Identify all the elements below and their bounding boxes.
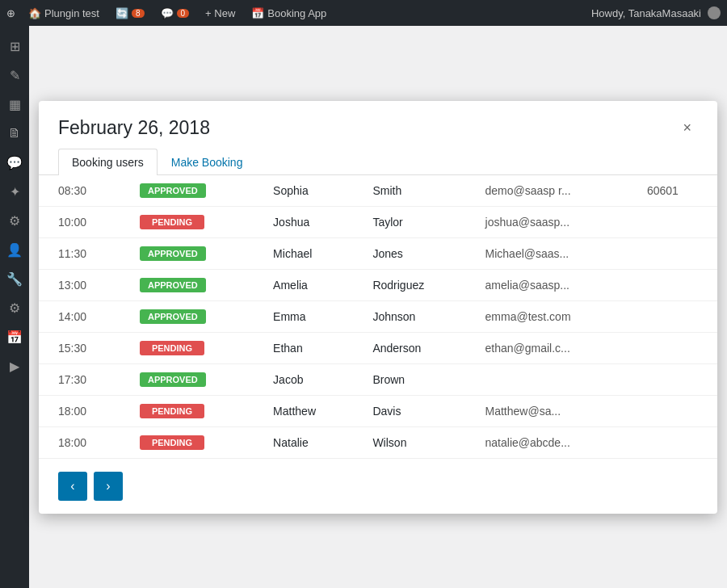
time-cell: 18:00 bbox=[39, 395, 127, 426]
email-cell: ethan@gmail.c... bbox=[473, 332, 634, 363]
status-badge: PENDING bbox=[140, 435, 204, 450]
table-row: 14:00 APPROVED Emma Johnson emma@test.co… bbox=[39, 300, 717, 332]
time-cell: 13:00 bbox=[39, 269, 127, 300]
status-badge: APPROVED bbox=[140, 246, 206, 261]
first-name-cell: Ethan bbox=[260, 332, 359, 363]
new-item[interactable]: + New bbox=[202, 7, 238, 19]
last-name-cell: Taylor bbox=[359, 206, 472, 237]
email-cell: emma@test.com bbox=[473, 300, 634, 332]
time-cell: 10:00 bbox=[39, 206, 127, 237]
zip-cell: 60601 bbox=[634, 175, 717, 207]
avatar bbox=[708, 6, 721, 19]
zip-cell bbox=[634, 426, 717, 458]
modal-footer: ‹ › bbox=[39, 458, 717, 514]
first-name-cell: Michael bbox=[260, 237, 359, 269]
email-cell bbox=[473, 363, 634, 395]
status-cell: PENDING bbox=[127, 395, 260, 426]
howdy-text: Howdy, TanakaMasaaki bbox=[591, 7, 701, 19]
table-row: 10:00 PENDING Joshua Taylor joshua@saasp… bbox=[39, 206, 717, 237]
status-badge: APPROVED bbox=[140, 372, 206, 387]
updates-item[interactable]: 🔄 8 bbox=[112, 7, 148, 19]
last-name-cell: Smith bbox=[359, 175, 472, 207]
email-cell: Michael@saas... bbox=[473, 237, 634, 269]
status-cell: PENDING bbox=[127, 332, 260, 363]
table-row: 15:30 PENDING Ethan Anderson ethan@gmail… bbox=[39, 332, 717, 363]
users-icon[interactable]: 👤 bbox=[0, 236, 29, 263]
status-badge: PENDING bbox=[140, 404, 204, 418]
bookings-table: 08:30 APPROVED Sophia Smith demo@saasp r… bbox=[39, 175, 717, 458]
play-icon[interactable]: ▶ bbox=[0, 352, 29, 380]
prev-button[interactable]: ‹ bbox=[58, 472, 87, 501]
status-cell: PENDING bbox=[127, 426, 260, 458]
sidebar: ⊞ ✎ ▦ 🗎 💬 ✦ ⚙ 👤 🔧 ⚙ 📅 ▶ bbox=[0, 26, 29, 588]
email-cell: natalie@abcde... bbox=[473, 426, 634, 458]
site-name[interactable]: 🏠 Plungin test bbox=[25, 7, 103, 19]
status-cell: APPROVED bbox=[127, 269, 260, 300]
booking-app-item[interactable]: 📅 Booking App bbox=[248, 7, 330, 19]
appearance-icon[interactable]: ✦ bbox=[0, 178, 29, 205]
status-cell: APPROVED bbox=[127, 363, 260, 395]
settings-icon[interactable]: ⚙ bbox=[0, 294, 29, 321]
email-cell: joshua@saasp... bbox=[473, 206, 634, 237]
tools-icon[interactable]: 🔧 bbox=[0, 265, 29, 292]
time-cell: 08:30 bbox=[39, 175, 127, 207]
status-cell: PENDING bbox=[127, 206, 260, 237]
email-cell: demo@saasp r... bbox=[473, 175, 634, 207]
status-cell: APPROVED bbox=[127, 300, 260, 332]
status-cell: APPROVED bbox=[127, 175, 260, 207]
zip-cell bbox=[634, 363, 717, 395]
tab-make-booking[interactable]: Make Booking bbox=[158, 149, 257, 175]
wp-logo-icon[interactable]: ⊕ bbox=[6, 7, 15, 19]
email-cell: Matthew@sa... bbox=[473, 395, 634, 426]
last-name-cell: Wilson bbox=[359, 426, 472, 458]
status-badge: APPROVED bbox=[140, 183, 206, 198]
first-name-cell: Natalie bbox=[260, 426, 359, 458]
tabs-container: Booking users Make Booking bbox=[39, 139, 717, 175]
comments-item[interactable]: 💬 0 bbox=[158, 7, 193, 19]
first-name-cell: Sophia bbox=[260, 175, 359, 207]
table-row: 13:00 APPROVED Amelia Rodriguez amelia@s… bbox=[39, 269, 717, 300]
first-name-cell: Amelia bbox=[260, 269, 359, 300]
first-name-cell: Emma bbox=[260, 300, 359, 332]
main-content: February 26, 2018 × Booking users Make B… bbox=[29, 26, 727, 588]
email-cell: amelia@saasp... bbox=[473, 269, 634, 300]
zip-cell bbox=[634, 300, 717, 332]
dashboard-icon[interactable]: ⊞ bbox=[0, 32, 29, 60]
zip-cell bbox=[634, 206, 717, 237]
modal-header: February 26, 2018 × bbox=[39, 101, 717, 139]
table-row: 17:30 APPROVED Jacob Brown bbox=[39, 363, 717, 395]
last-name-cell: Brown bbox=[359, 363, 472, 395]
plugins-icon[interactable]: ⚙ bbox=[0, 207, 29, 234]
status-cell: APPROVED bbox=[127, 237, 260, 269]
booking-modal: February 26, 2018 × Booking users Make B… bbox=[39, 101, 717, 514]
first-name-cell: Joshua bbox=[260, 206, 359, 237]
last-name-cell: Davis bbox=[359, 395, 472, 426]
time-cell: 18:00 bbox=[39, 426, 127, 458]
table-row: 11:30 APPROVED Michael Jones Michael@saa… bbox=[39, 237, 717, 269]
modal-close-button[interactable]: × bbox=[676, 117, 698, 138]
first-name-cell: Matthew bbox=[260, 395, 359, 426]
first-name-cell: Jacob bbox=[260, 363, 359, 395]
pages-icon[interactable]: 🗎 bbox=[0, 120, 29, 147]
comments-icon[interactable]: 💬 bbox=[0, 149, 29, 176]
time-cell: 17:30 bbox=[39, 363, 127, 395]
time-cell: 14:00 bbox=[39, 300, 127, 332]
zip-cell bbox=[634, 395, 717, 426]
tab-booking-users[interactable]: Booking users bbox=[58, 149, 158, 175]
calendar-icon[interactable]: 📅 bbox=[0, 323, 29, 351]
modal-title: February 26, 2018 bbox=[58, 117, 210, 139]
last-name-cell: Rodriguez bbox=[359, 269, 472, 300]
zip-cell bbox=[634, 269, 717, 300]
status-badge: PENDING bbox=[140, 341, 204, 355]
last-name-cell: Johnson bbox=[359, 300, 472, 332]
time-cell: 11:30 bbox=[39, 237, 127, 269]
admin-bar: ⊕ 🏠 Plungin test 🔄 8 💬 0 + New 📅 Booking… bbox=[0, 0, 727, 26]
zip-cell bbox=[634, 237, 717, 269]
last-name-cell: Anderson bbox=[359, 332, 472, 363]
media-icon[interactable]: ▦ bbox=[0, 90, 29, 118]
zip-cell bbox=[634, 332, 717, 363]
last-name-cell: Jones bbox=[359, 237, 472, 269]
table-row: 18:00 PENDING Natalie Wilson natalie@abc… bbox=[39, 426, 717, 458]
next-button[interactable]: › bbox=[94, 472, 123, 501]
posts-icon[interactable]: ✎ bbox=[0, 61, 29, 89]
